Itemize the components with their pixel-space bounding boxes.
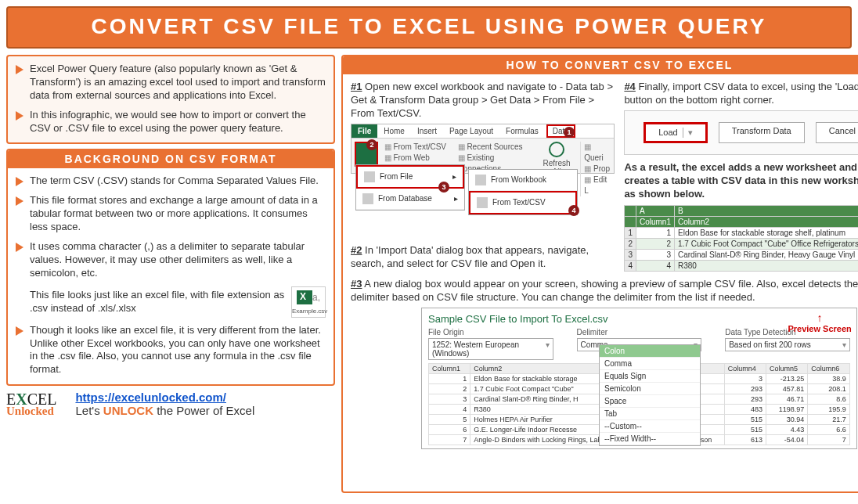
ribbon-recent-sources[interactable]: Recent Sources [458,142,523,151]
bg-text-1: The term CSV (.CSV) stands for Comma Sep… [30,175,319,188]
detection-select[interactable]: Based on first 200 rows [725,338,850,351]
bg-text-4: Though it looks like an excel file, it i… [30,324,326,377]
badge-1: 1 [564,127,575,138]
howto-panel: HOW TO CONVERT CSV TO EXCEL #1 Open new … [341,55,858,493]
preview-title: Sample CSV File to Import To Excel.csv [428,313,850,325]
fromfile-submenu: From Workbook From Text/CSV [468,169,578,215]
page-title: CONVERT CSV FILE TO EXCEL USING POWER QU… [6,6,852,49]
badge-4: 4 [568,205,579,216]
bg-note: This file looks just like an excel file,… [30,289,285,315]
load-button[interactable]: Load [644,122,707,143]
ribbon-edit-links[interactable]: Edit L [584,175,607,195]
footer: EXCEL Unlocked https://excelunlocked.com… [6,391,335,417]
site-link[interactable]: https://excelunlocked.com/ [75,391,226,404]
badge-2: 2 [366,139,377,150]
bullet-icon [16,326,23,336]
bullet-icon [16,111,23,121]
intro-panel: Excel Power Query feature (also popularl… [6,55,335,144]
ribbon-screenshot: File Home Insert Page Layout Formulas Da… [351,124,615,239]
brand-logo: EXCEL Unlocked [6,392,56,417]
bg-text-2: This file format stores and exchange a l… [30,194,326,234]
intro-text-1: Excel Power Query feature (also popularl… [30,63,326,103]
preview-dialog: Preview Screen Sample CSV File to Import… [421,308,857,449]
tab-formulas[interactable]: Formulas [499,124,545,138]
background-header: BACKGROUND ON CSV FORMAT [8,150,333,168]
bullet-icon [16,196,23,206]
result-note: As a result, the excel adds a new worksh… [624,161,858,201]
tab-file[interactable]: File [351,124,377,138]
result-table: ABC Column1Column2Column3 11Eldon Base f… [624,205,858,272]
file-origin-select[interactable]: 1252: Western European (Windows) [428,338,553,360]
bg-text-3: It uses comma character (,) as a delimit… [30,240,326,280]
bullet-icon [16,177,23,186]
background-panel: BACKGROUND ON CSV FORMAT The term CSV (.… [6,149,335,386]
cancel-button[interactable]: Cancel [816,122,858,143]
step-3: #3 A new dialog box would appear on your… [351,278,858,304]
tab-insert[interactable]: Insert [411,124,443,138]
bullet-icon [16,65,23,74]
ribbon-from-text-csv[interactable]: From Text/CSV [384,142,446,151]
tab-page-layout[interactable]: Page Layout [443,124,499,138]
delimiter-label: Delimiter [577,328,702,337]
menu-from-database[interactable]: From Database▸ [356,189,464,210]
transform-data-button[interactable]: Transform Data [719,122,805,143]
ribbon-properties[interactable]: Prop [584,164,610,173]
howto-header: HOW TO CONVERT CSV TO EXCEL [343,56,858,74]
preview-annotation: Preview Screen [788,311,851,333]
tagline: Let's UNLOCK the Power of Excel [75,404,254,417]
submenu-from-workbook[interactable]: From Workbook [469,170,577,191]
file-origin-label: File Origin [428,328,553,337]
bullet-icon [16,243,23,252]
tab-home[interactable]: Home [377,124,411,138]
ribbon-queries[interactable]: Queri [584,142,603,162]
step-1: #1 Open new excel workbook and navigate … [351,81,615,121]
step-4: #4 Finally, import CSV data to excel, us… [624,81,858,107]
intro-text-2: In this infographic, we would see how to… [30,109,326,135]
ribbon-from-web[interactable]: From Web [384,153,430,162]
submenu-from-text-csv[interactable]: From Text/CSV [469,191,577,214]
delimiter-dropdown[interactable]: ColonCommaEquals SignSemicolonSpaceTab--… [599,344,701,446]
load-panel: Load Transform Data Cancel [624,110,858,155]
step-2: #2 In 'Import Data' dialog box that appe… [351,244,615,271]
badge-3: 3 [438,182,449,193]
csv-file-icon: Xa, Example.csv [291,286,326,318]
